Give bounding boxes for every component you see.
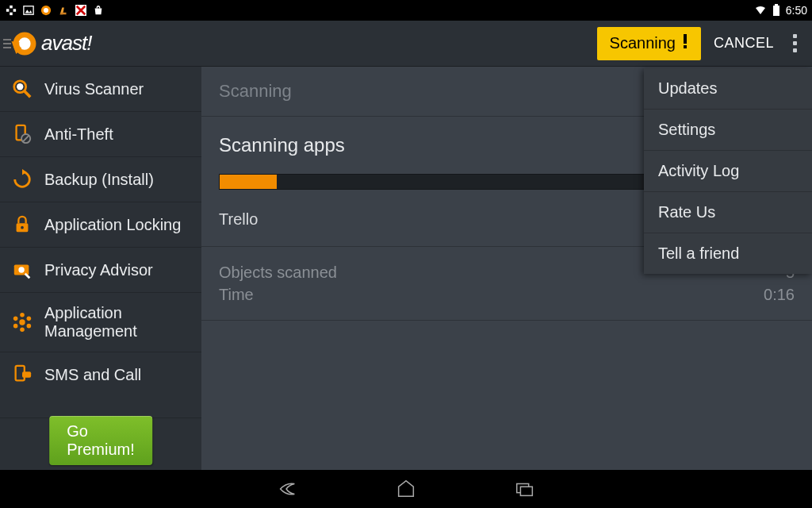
brand: avast! [11, 30, 91, 57]
svg-point-29 [20, 313, 25, 318]
app-bar-right: Scanning CANCEL [597, 21, 802, 66]
status-left-icons [5, 4, 105, 17]
svg-rect-4 [24, 6, 33, 15]
stat-time-value: 0:16 [764, 283, 795, 306]
scanning-status-button[interactable]: Scanning [597, 27, 701, 60]
menu-item-tell-friend[interactable]: Tell a friend [644, 233, 812, 274]
svg-rect-14 [684, 34, 687, 44]
sidebar-item-sms-call[interactable]: SMS and Call [0, 352, 201, 418]
recent-apps-button[interactable] [513, 477, 537, 501]
back-button[interactable] [275, 477, 299, 501]
svg-rect-10 [775, 4, 778, 6]
svg-line-27 [25, 274, 30, 279]
status-right: 6:50 [754, 4, 807, 17]
wifi-icon [754, 4, 767, 17]
svg-rect-15 [684, 45, 687, 48]
sidebar: Virus Scanner Anti-Theft Backup (Install… [0, 67, 201, 470]
magnifier-icon [11, 78, 33, 100]
go-premium-button[interactable]: Go Premium! [49, 416, 152, 465]
svg-point-32 [27, 317, 32, 321]
scan-progress-fill [220, 175, 277, 189]
svg-point-28 [19, 319, 25, 325]
phone-sms-icon [11, 364, 33, 386]
lock-icon [11, 214, 33, 236]
menu-item-rate-us[interactable]: Rate Us [644, 192, 812, 233]
sidebar-item-app-locking[interactable]: Application Locking [0, 202, 201, 248]
sidebar-item-label: SMS and Call [44, 366, 141, 384]
menu-item-updates[interactable]: Updates [644, 68, 812, 110]
bag-icon [92, 4, 105, 17]
android-nav-bar [0, 470, 812, 508]
svg-point-7 [44, 8, 48, 13]
stat-objects-label: Objects scanned [219, 261, 337, 283]
nodes-icon [11, 311, 33, 333]
menu-item-settings[interactable]: Settings [644, 110, 812, 151]
svg-rect-38 [520, 487, 532, 495]
overflow-menu: Updates Settings Activity Log Rate Us Te… [644, 68, 812, 274]
sidebar-item-label: Application Locking [44, 216, 181, 234]
svg-point-31 [13, 317, 18, 321]
sidebar-item-label: Application Management [44, 304, 190, 341]
svg-line-17 [25, 91, 30, 97]
svg-point-24 [21, 226, 24, 229]
svg-rect-36 [22, 371, 31, 377]
brand-text: avast! [41, 31, 91, 56]
scanning-label: Scanning [610, 34, 676, 52]
battery-icon [770, 4, 783, 17]
k-icon [75, 4, 87, 17]
clock: 6:50 [786, 4, 807, 17]
notification-icon [5, 4, 17, 17]
menu-drawer-button[interactable] [0, 39, 11, 48]
sidebar-item-anti-theft[interactable]: Anti-Theft [0, 112, 201, 157]
sidebar-item-backup[interactable]: Backup (Install) [0, 157, 201, 202]
camera-search-icon [11, 259, 33, 281]
sidebar-item-label: Backup (Install) [44, 171, 154, 189]
phone-blocked-icon [11, 123, 33, 145]
svg-rect-3 [13, 9, 17, 12]
home-button[interactable] [394, 477, 418, 501]
avast-logo-icon [11, 30, 38, 57]
sidebar-item-label: Virus Scanner [44, 80, 144, 98]
svg-point-26 [18, 267, 24, 272]
cleaner-icon [57, 4, 70, 17]
cancel-button[interactable]: CANCEL [714, 35, 774, 52]
menu-item-activity-log[interactable]: Activity Log [644, 151, 812, 192]
sidebar-item-virus-scanner[interactable]: Virus Scanner [0, 67, 201, 112]
image-icon [22, 4, 35, 17]
svg-rect-9 [773, 6, 779, 16]
warning-icon [682, 33, 688, 53]
svg-point-18 [17, 83, 23, 90]
svg-rect-1 [10, 13, 13, 16]
svg-point-34 [27, 324, 32, 329]
svg-marker-5 [25, 10, 33, 13]
svg-point-13 [19, 38, 30, 49]
avast-notif-icon [40, 4, 52, 17]
svg-rect-2 [6, 9, 10, 12]
stat-time-label: Time [219, 283, 254, 306]
sidebar-item-label: Privacy Advisor [44, 261, 153, 279]
refresh-icon [11, 168, 33, 190]
app-bar-left: avast! [0, 21, 91, 66]
sidebar-item-privacy-advisor[interactable]: Privacy Advisor [0, 248, 201, 293]
app-bar: avast! Scanning CANCEL [0, 21, 812, 67]
svg-point-33 [13, 324, 18, 329]
overflow-menu-button[interactable] [787, 28, 802, 59]
sidebar-item-label: Anti-Theft [44, 125, 113, 144]
stat-time-row: Time 0:16 [219, 283, 795, 306]
android-status-bar: 6:50 [0, 0, 812, 21]
svg-point-30 [20, 328, 25, 333]
svg-rect-0 [10, 6, 13, 9]
sidebar-item-app-management[interactable]: Application Management [0, 293, 201, 352]
